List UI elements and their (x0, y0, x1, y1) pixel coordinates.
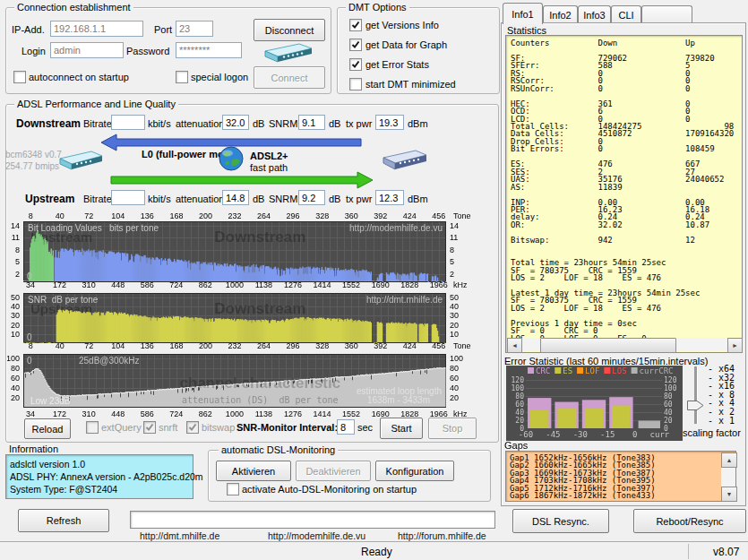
login-input[interactable] (50, 42, 124, 58)
scroll-left-icon[interactable]: ◄ (507, 338, 522, 353)
dmt-graphs-canvas (7, 211, 495, 418)
status-divider (688, 544, 689, 559)
tab-info3[interactable]: Info3 (578, 5, 611, 24)
reboot-resync-button[interactable]: Reboot/Resync (633, 509, 746, 533)
information-box: adslctl version 1.0 ADSL PHY: AnnexA ver… (5, 454, 193, 499)
upstream-arrow-icon (110, 170, 374, 190)
link-forum-mhilfe[interactable]: http://forum.mhilfe.de (398, 530, 486, 541)
gaps-listbox: Gap1 1652kHz-1656kHz (Tone383) Gap2 1660… (505, 451, 736, 502)
ds-txpwr-label: tx pwr (346, 118, 372, 129)
status-bar: Ready v8.07 (0, 541, 748, 560)
stop-button[interactable]: Stop (428, 418, 477, 439)
statistics-text: Counters Down Up SF: 729062 739820 SFErr… (511, 39, 734, 342)
ds-txpwr-unit: dBm (408, 118, 428, 129)
deaktivieren-button[interactable]: Deaktivieren (296, 461, 371, 481)
ds-attenuation-unit: dB (253, 118, 264, 129)
autoconnect-checkbox[interactable] (13, 71, 26, 83)
checkmark-icon (350, 39, 361, 50)
statistics-hscroll-thumb[interactable] (540, 338, 676, 353)
us-bitrate-input[interactable] (111, 190, 145, 205)
port-input[interactable] (176, 21, 213, 37)
us-bitrate-label: Bitrate (83, 194, 112, 204)
connect-button[interactable]: Connect (254, 66, 325, 89)
scroll-down-icon[interactable]: ▼ (721, 487, 737, 502)
us-attenuation-label: attenuation (176, 194, 224, 204)
link-modemhilfe[interactable]: http://modemhilfe.de.vu (268, 530, 365, 541)
scroll-right-icon[interactable]: ► (727, 338, 743, 353)
special-logon-checkbox[interactable] (176, 71, 188, 83)
get-versions-checkbox[interactable] (349, 19, 362, 31)
get-versions-label: get Versions Info (365, 20, 439, 30)
chipset-name: bcm6348 v0.7 (5, 150, 62, 159)
us-snrm-label: SNRM (269, 194, 297, 204)
chipset-mips: 254.77 bmips (5, 161, 59, 171)
aktivieren-button[interactable]: Aktivieren (216, 461, 291, 481)
status-text: Ready (361, 546, 392, 558)
tab-info2[interactable]: Info2 (543, 5, 578, 24)
bitswap-checkbox[interactable] (186, 421, 199, 434)
us-attenuation-input[interactable] (222, 190, 249, 205)
adsl-group-title: ADSL Performance and Line Quality (14, 99, 178, 109)
password-input[interactable] (176, 42, 242, 58)
konfiguration-button[interactable]: Konfiguration (375, 461, 454, 481)
globe-icon (218, 145, 245, 172)
auto-dsl-startup-label: activate Auto-DSL-Monitoring on startup (242, 484, 417, 495)
bitswap-label: bitswap (202, 422, 235, 433)
us-txpwr-label: tx pwr (346, 194, 372, 204)
disconnect-button[interactable]: Disconnect (254, 19, 325, 41)
snr-interval-input[interactable] (337, 419, 355, 435)
modem-icon (262, 42, 314, 64)
get-error-stats-label: get Error Stats (365, 59, 429, 70)
get-graph-data-label: get Data for Graph (365, 39, 447, 50)
start-minimized-checkbox[interactable] (349, 78, 362, 90)
ds-txpwr-input[interactable] (375, 115, 404, 130)
dmt-tool-window: Connection establishment IP-Add. Port Di… (0, 0, 748, 560)
progress-bar (130, 511, 495, 529)
connection-group-title: Connection establishment (14, 2, 133, 13)
ds-bitrate-label: Bitrate (83, 118, 112, 129)
ds-snrm-input[interactable] (298, 115, 325, 130)
checkmark-icon (187, 422, 198, 433)
port-label: Port (154, 24, 172, 35)
reload-button[interactable]: Reload (24, 418, 71, 439)
snr-interval-label: SNR-Monitor Interval: (236, 422, 338, 433)
us-txpwr-input[interactable] (375, 190, 404, 205)
scroll-up-icon[interactable]: ▲ (721, 452, 737, 468)
get-graph-data-checkbox[interactable] (349, 39, 362, 51)
ds-bitrate-input[interactable] (111, 115, 145, 130)
ds-snrm-label: SNRM (269, 118, 297, 129)
tab-cli[interactable]: CLI (611, 5, 641, 24)
extquery-checkbox[interactable] (86, 421, 99, 434)
snrft-checkbox[interactable] (143, 421, 156, 434)
information-lines: adslctl version 1.0 ADSL PHY: AnnexA ver… (10, 458, 203, 495)
tab-empty[interactable] (641, 5, 692, 24)
us-snrm-input[interactable] (298, 190, 325, 205)
ip-label: IP-Add. (12, 24, 45, 35)
scaling-factor-ticks: - x64 - x32 - x16 - x 8 - x 4 - x 2 - x … (708, 365, 735, 425)
modem-icon (57, 149, 104, 172)
ds-bitrate-unit: kbit/s (148, 118, 171, 129)
information-title: Information (9, 444, 58, 454)
ds-attenuation-label: attenuation (176, 118, 224, 129)
get-error-stats-checkbox[interactable] (349, 58, 362, 71)
checkmark-icon (350, 59, 361, 70)
scaling-slider-track[interactable] (694, 366, 698, 424)
link-dmt-mhilfe[interactable]: http://dmt.mhilfe.de (140, 530, 219, 541)
scaling-slider-thumb[interactable] (687, 401, 704, 410)
gaps-title: Gaps (504, 440, 528, 451)
dsl-resync-button[interactable]: DSL Resync. (512, 509, 609, 533)
adsl-mode-label: ADSL2+ (250, 151, 288, 161)
refresh-button[interactable]: Refresh (18, 509, 109, 532)
gaps-list: Gap1 1652kHz-1656kHz (Tone383) Gap2 1660… (510, 454, 656, 499)
start-button[interactable]: Start (380, 418, 423, 439)
upstream-label: Upstream (25, 193, 74, 205)
special-logon-label: special logon (191, 72, 248, 82)
auto-dsl-startup-checkbox[interactable] (227, 483, 239, 495)
ds-attenuation-input[interactable] (222, 115, 249, 130)
us-txpwr-unit: dBm (408, 194, 428, 204)
extquery-label: extQuery (101, 422, 142, 433)
tab-info1[interactable]: Info1 (503, 3, 543, 24)
ip-input[interactable] (50, 21, 143, 37)
autoconnect-label: autoconnect on startup (29, 72, 129, 82)
checkmark-icon (350, 20, 361, 30)
